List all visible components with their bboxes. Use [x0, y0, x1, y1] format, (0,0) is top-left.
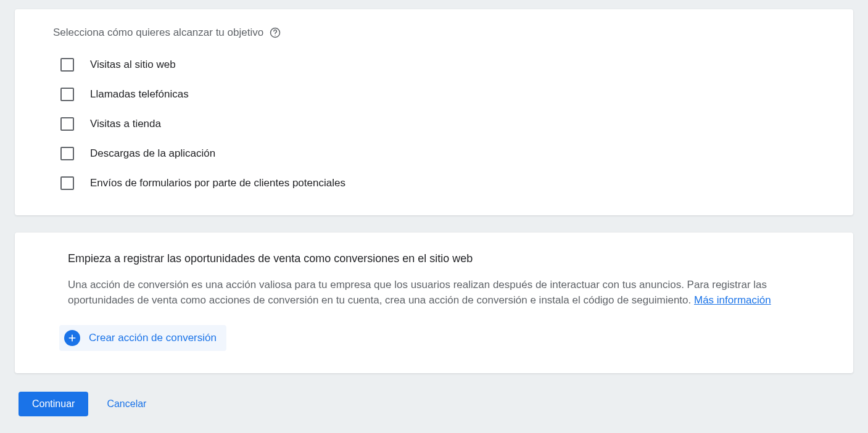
create-action-label: Crear acción de conversión	[89, 332, 217, 344]
footer-actions: Continuar Cancelar	[19, 392, 868, 416]
cancel-button[interactable]: Cancelar	[102, 392, 151, 416]
section-title: Selecciona cómo quieres alcanzar tu obje…	[53, 27, 263, 39]
continue-button[interactable]: Continuar	[19, 392, 88, 416]
checkbox-box[interactable]	[60, 58, 74, 72]
checkbox-box[interactable]	[60, 88, 74, 101]
checkbox-item-lead-form-submissions[interactable]: Envíos de formularios por parte de clien…	[60, 168, 815, 198]
checkbox-item-store-visits[interactable]: Visitas a tienda	[60, 109, 815, 139]
checkbox-item-phone-calls[interactable]: Llamadas telefónicas	[60, 80, 815, 109]
checkbox-box[interactable]	[60, 117, 74, 131]
checkbox-item-website-visits[interactable]: Visitas al sitio web	[60, 50, 815, 80]
section-title-row: Selecciona cómo quieres alcanzar tu obje…	[53, 27, 815, 39]
svg-point-1	[275, 35, 276, 36]
plus-icon	[64, 330, 80, 346]
checkbox-label: Visitas a tienda	[90, 118, 161, 130]
checkbox-label: Envíos de formularios por parte de clien…	[90, 177, 345, 189]
help-icon[interactable]	[270, 27, 281, 38]
checkbox-list: Visitas al sitio web Llamadas telefónica…	[60, 50, 815, 198]
conversion-description: Una acción de conversión es una acción v…	[68, 278, 783, 308]
more-info-link[interactable]: Más información	[694, 294, 771, 306]
create-conversion-action-button[interactable]: Crear acción de conversión	[59, 325, 226, 351]
goal-method-card: Selecciona cómo quieres alcanzar tu obje…	[15, 9, 853, 215]
checkbox-label: Llamadas telefónicas	[90, 88, 189, 101]
checkbox-item-app-downloads[interactable]: Descargas de la aplicación	[60, 139, 815, 168]
checkbox-box[interactable]	[60, 176, 74, 190]
checkbox-label: Descargas de la aplicación	[90, 147, 215, 160]
checkbox-label: Visitas al sitio web	[90, 59, 176, 71]
checkbox-box[interactable]	[60, 147, 74, 160]
conversion-tracking-card: Empieza a registrar las oportunidades de…	[15, 233, 853, 373]
conversion-title: Empieza a registrar las oportunidades de…	[68, 252, 815, 265]
conversion-description-text: Una acción de conversión es una acción v…	[68, 279, 767, 306]
